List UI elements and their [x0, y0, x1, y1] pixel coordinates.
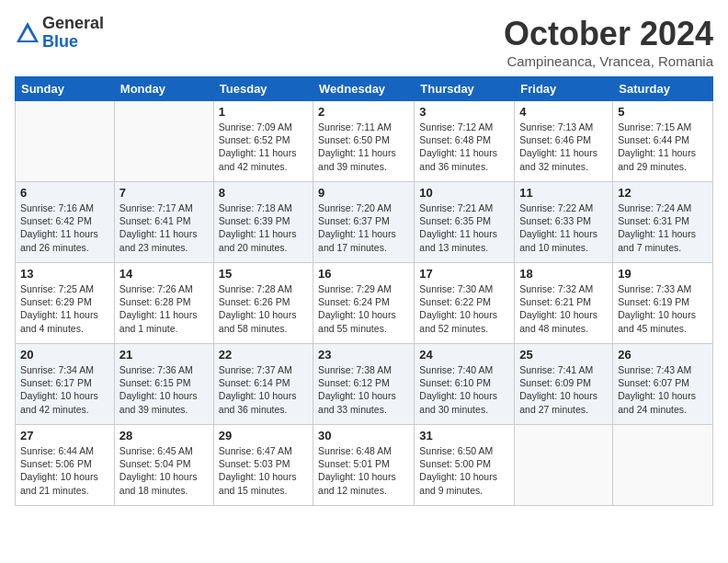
calendar-day-cell: 26Sunrise: 7:43 AM Sunset: 6:07 PM Dayli… — [613, 344, 713, 425]
day-detail: Sunrise: 6:47 AM Sunset: 5:03 PM Dayligh… — [219, 444, 308, 497]
calendar-day-cell: 11Sunrise: 7:22 AM Sunset: 6:33 PM Dayli… — [515, 182, 613, 263]
day-number: 28 — [119, 429, 209, 442]
day-number: 11 — [519, 186, 608, 200]
day-number: 4 — [519, 105, 608, 119]
calendar-day-cell: 14Sunrise: 7:26 AM Sunset: 6:28 PM Dayli… — [114, 263, 213, 344]
calendar-day-cell: 2Sunrise: 7:11 AM Sunset: 6:50 PM Daylig… — [313, 101, 415, 182]
calendar-week-row: 20Sunrise: 7:34 AM Sunset: 6:17 PM Dayli… — [16, 344, 713, 425]
calendar-table: SundayMondayTuesdayWednesdayThursdayFrid… — [15, 76, 713, 506]
title-area: October 2024 Campineanca, Vrancea, Roman… — [504, 15, 713, 69]
logo-blue-text: Blue — [42, 33, 104, 52]
day-detail: Sunrise: 7:29 AM Sunset: 6:24 PM Dayligh… — [318, 282, 409, 335]
day-detail: Sunrise: 6:45 AM Sunset: 5:04 PM Dayligh… — [119, 444, 209, 497]
day-number: 30 — [318, 429, 409, 442]
calendar-day-cell: 30Sunrise: 6:48 AM Sunset: 5:01 PM Dayli… — [313, 425, 415, 506]
calendar-day-cell: 28Sunrise: 6:45 AM Sunset: 5:04 PM Dayli… — [114, 425, 213, 506]
day-number: 20 — [20, 348, 109, 362]
day-detail: Sunrise: 7:15 AM Sunset: 6:44 PM Dayligh… — [618, 121, 708, 173]
day-detail: Sunrise: 7:24 AM Sunset: 6:31 PM Dayligh… — [618, 201, 708, 254]
day-number: 22 — [219, 348, 308, 362]
column-header-thursday: Thursday — [415, 77, 515, 101]
column-header-monday: Monday — [114, 77, 213, 101]
day-detail: Sunrise: 7:34 AM Sunset: 6:17 PM Dayligh… — [20, 363, 109, 416]
calendar-day-cell: 15Sunrise: 7:28 AM Sunset: 6:26 PM Dayli… — [213, 263, 313, 344]
day-detail: Sunrise: 7:18 AM Sunset: 6:39 PM Dayligh… — [219, 201, 308, 254]
month-title: October 2024 — [504, 15, 713, 53]
day-number: 15 — [219, 267, 308, 281]
day-number: 16 — [318, 267, 409, 281]
day-detail: Sunrise: 6:44 AM Sunset: 5:06 PM Dayligh… — [20, 444, 109, 497]
calendar-day-cell: 27Sunrise: 6:44 AM Sunset: 5:06 PM Dayli… — [16, 425, 115, 506]
page-header: General Blue October 2024 Campineanca, V… — [15, 15, 713, 69]
calendar-day-cell: 10Sunrise: 7:21 AM Sunset: 6:35 PM Dayli… — [415, 182, 515, 263]
day-detail: Sunrise: 7:13 AM Sunset: 6:46 PM Dayligh… — [519, 121, 608, 173]
day-number: 8 — [219, 186, 308, 200]
column-header-saturday: Saturday — [613, 77, 713, 101]
day-number: 21 — [119, 348, 209, 362]
day-detail: Sunrise: 7:30 AM Sunset: 6:22 PM Dayligh… — [419, 282, 509, 335]
day-number: 5 — [618, 105, 708, 119]
day-number: 9 — [318, 186, 409, 200]
location-subtitle: Campineanca, Vrancea, Romania — [504, 53, 713, 69]
calendar-day-cell — [613, 425, 713, 506]
calendar-week-row: 6Sunrise: 7:16 AM Sunset: 6:42 PM Daylig… — [16, 182, 713, 263]
calendar-day-cell: 4Sunrise: 7:13 AM Sunset: 6:46 PM Daylig… — [515, 101, 613, 182]
day-number: 24 — [419, 348, 509, 362]
calendar-day-cell: 1Sunrise: 7:09 AM Sunset: 6:52 PM Daylig… — [213, 101, 313, 182]
logo-icon — [15, 20, 40, 46]
day-number: 29 — [219, 429, 308, 442]
calendar-day-cell: 29Sunrise: 6:47 AM Sunset: 5:03 PM Dayli… — [213, 425, 313, 506]
day-number: 27 — [20, 429, 109, 442]
day-number: 10 — [419, 186, 509, 200]
day-detail: Sunrise: 7:36 AM Sunset: 6:15 PM Dayligh… — [119, 363, 209, 416]
calendar-day-cell: 16Sunrise: 7:29 AM Sunset: 6:24 PM Dayli… — [313, 263, 415, 344]
day-detail: Sunrise: 7:09 AM Sunset: 6:52 PM Dayligh… — [219, 121, 308, 173]
calendar-day-cell: 9Sunrise: 7:20 AM Sunset: 6:37 PM Daylig… — [313, 182, 415, 263]
day-detail: Sunrise: 7:38 AM Sunset: 6:12 PM Dayligh… — [318, 363, 409, 416]
day-detail: Sunrise: 7:37 AM Sunset: 6:14 PM Dayligh… — [219, 363, 308, 416]
calendar-day-cell: 23Sunrise: 7:38 AM Sunset: 6:12 PM Dayli… — [313, 344, 415, 425]
logo: General Blue — [15, 15, 104, 52]
calendar-day-cell: 25Sunrise: 7:41 AM Sunset: 6:09 PM Dayli… — [515, 344, 613, 425]
calendar-day-cell: 19Sunrise: 7:33 AM Sunset: 6:19 PM Dayli… — [613, 263, 713, 344]
column-header-wednesday: Wednesday — [313, 77, 415, 101]
calendar-week-row: 1Sunrise: 7:09 AM Sunset: 6:52 PM Daylig… — [16, 101, 713, 182]
day-number: 13 — [20, 267, 109, 281]
day-detail: Sunrise: 7:16 AM Sunset: 6:42 PM Dayligh… — [20, 201, 109, 254]
day-number: 14 — [119, 267, 209, 281]
day-number: 17 — [419, 267, 509, 281]
logo-text: General Blue — [42, 15, 104, 52]
day-detail: Sunrise: 6:48 AM Sunset: 5:01 PM Dayligh… — [318, 444, 409, 497]
day-number: 12 — [618, 186, 708, 200]
day-number: 7 — [119, 186, 209, 200]
day-detail: Sunrise: 7:43 AM Sunset: 6:07 PM Dayligh… — [618, 363, 708, 416]
calendar-day-cell: 3Sunrise: 7:12 AM Sunset: 6:48 PM Daylig… — [415, 101, 515, 182]
day-detail: Sunrise: 7:12 AM Sunset: 6:48 PM Dayligh… — [419, 121, 509, 173]
calendar-day-cell: 6Sunrise: 7:16 AM Sunset: 6:42 PM Daylig… — [16, 182, 115, 263]
day-detail: Sunrise: 7:28 AM Sunset: 6:26 PM Dayligh… — [219, 282, 308, 335]
logo-general-text: General — [42, 15, 104, 33]
day-number: 25 — [519, 348, 608, 362]
day-detail: Sunrise: 7:32 AM Sunset: 6:21 PM Dayligh… — [519, 282, 608, 335]
calendar-day-cell: 18Sunrise: 7:32 AM Sunset: 6:21 PM Dayli… — [515, 263, 613, 344]
column-header-tuesday: Tuesday — [213, 77, 313, 101]
calendar-day-cell: 22Sunrise: 7:37 AM Sunset: 6:14 PM Dayli… — [213, 344, 313, 425]
day-number: 26 — [618, 348, 708, 362]
day-number: 31 — [419, 429, 509, 442]
day-detail: Sunrise: 7:11 AM Sunset: 6:50 PM Dayligh… — [318, 121, 409, 173]
calendar-week-row: 27Sunrise: 6:44 AM Sunset: 5:06 PM Dayli… — [16, 425, 713, 506]
day-detail: Sunrise: 7:25 AM Sunset: 6:29 PM Dayligh… — [20, 282, 109, 335]
calendar-day-cell: 21Sunrise: 7:36 AM Sunset: 6:15 PM Dayli… — [114, 344, 213, 425]
calendar-day-cell — [16, 101, 115, 182]
calendar-day-cell: 13Sunrise: 7:25 AM Sunset: 6:29 PM Dayli… — [16, 263, 115, 344]
column-header-sunday: Sunday — [16, 77, 115, 101]
day-number: 3 — [419, 105, 509, 119]
calendar-day-cell — [515, 425, 613, 506]
calendar-header-row: SundayMondayTuesdayWednesdayThursdayFrid… — [16, 77, 713, 101]
day-number: 2 — [318, 105, 409, 119]
calendar-day-cell: 8Sunrise: 7:18 AM Sunset: 6:39 PM Daylig… — [213, 182, 313, 263]
day-detail: Sunrise: 7:26 AM Sunset: 6:28 PM Dayligh… — [119, 282, 209, 335]
day-detail: Sunrise: 7:33 AM Sunset: 6:19 PM Dayligh… — [618, 282, 708, 335]
calendar-day-cell: 24Sunrise: 7:40 AM Sunset: 6:10 PM Dayli… — [415, 344, 515, 425]
column-header-friday: Friday — [515, 77, 613, 101]
